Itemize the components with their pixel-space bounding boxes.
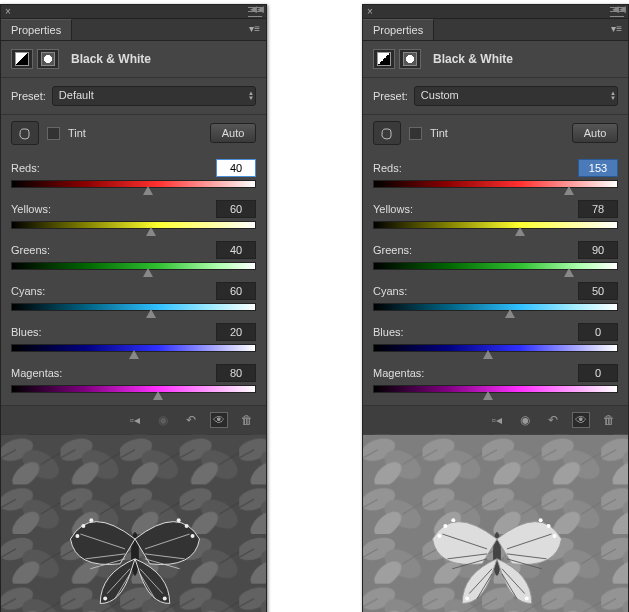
reds-label: Reds: xyxy=(373,162,402,174)
yellows-slider[interactable] xyxy=(373,221,618,231)
visibility-icon[interactable]: 👁 xyxy=(572,412,590,428)
layer-thumb-icon[interactable] xyxy=(373,49,395,69)
auto-button[interactable]: Auto xyxy=(210,123,256,143)
blues-value[interactable]: 0 xyxy=(578,323,618,341)
visibility-icon[interactable]: 👁 xyxy=(210,412,228,428)
panel-menu-icon[interactable]: ▾≡ xyxy=(605,19,628,40)
greens-thumb[interactable] xyxy=(143,268,153,277)
tint-label: Tint xyxy=(68,127,86,139)
greens-slider[interactable] xyxy=(11,262,256,272)
panel-titlebar: × xyxy=(363,5,628,19)
blues-slider[interactable] xyxy=(11,344,256,354)
targeted-adjustment-icon[interactable] xyxy=(373,121,401,145)
mask-thumb-icon[interactable] xyxy=(37,49,59,69)
panel-menu-icon[interactable]: ▾≡ xyxy=(243,19,266,40)
magentas-value[interactable]: 0 xyxy=(578,364,618,382)
greens-slider[interactable] xyxy=(373,262,618,272)
reds-value[interactable]: 40 xyxy=(216,159,256,177)
view-previous-icon[interactable]: ◉ xyxy=(516,412,534,428)
cyans-value[interactable]: 50 xyxy=(578,282,618,300)
adjustment-title: Black & White xyxy=(71,52,151,66)
trash-icon[interactable]: 🗑 xyxy=(238,412,256,428)
yellows-thumb[interactable] xyxy=(515,227,525,236)
close-icon[interactable]: × xyxy=(5,6,11,17)
properties-panel-left: ◀◀ × Properties ▾≡ Black & White Preset:… xyxy=(0,4,267,612)
magentas-thumb[interactable] xyxy=(153,391,163,400)
svg-point-9 xyxy=(89,518,93,522)
sliders: Reds:40 Yellows:60 Greens:40 Cyans:60 Bl… xyxy=(1,155,266,395)
panel-titlebar: × xyxy=(1,5,266,19)
auto-button[interactable]: Auto xyxy=(572,123,618,143)
tab-properties[interactable]: Properties xyxy=(363,19,434,40)
greens-thumb[interactable] xyxy=(564,268,574,277)
yellows-label: Yellows: xyxy=(11,203,51,215)
cyans-value[interactable]: 60 xyxy=(216,282,256,300)
clip-to-layer-icon[interactable]: ▫◂ xyxy=(488,412,506,428)
reds-slider[interactable] xyxy=(11,180,256,190)
cyans-slider[interactable] xyxy=(11,303,256,313)
greens-value[interactable]: 40 xyxy=(216,241,256,259)
adjustment-title: Black & White xyxy=(433,52,513,66)
preset-select[interactable]: Default xyxy=(52,86,256,106)
blues-thumb[interactable] xyxy=(129,350,139,359)
reds-thumb[interactable] xyxy=(143,186,153,195)
tab-row: Properties ▾≡ xyxy=(1,19,266,41)
cyans-slider[interactable] xyxy=(373,303,618,313)
cyans-thumb[interactable] xyxy=(505,309,515,318)
magentas-thumb[interactable] xyxy=(483,391,493,400)
blues-thumb[interactable] xyxy=(483,350,493,359)
blues-slider[interactable] xyxy=(373,344,618,354)
yellows-thumb[interactable] xyxy=(146,227,156,236)
svg-point-20 xyxy=(451,518,455,522)
clip-to-layer-icon[interactable]: ▫◂ xyxy=(126,412,144,428)
targeted-adjustment-icon[interactable] xyxy=(11,121,39,145)
select-arrows-icon: ▲▼ xyxy=(248,91,254,101)
yellows-value[interactable]: 60 xyxy=(216,200,256,218)
properties-panel-right: ◀◀ × Properties ▾≡ Black & White Preset:… xyxy=(362,4,629,612)
view-previous-icon[interactable]: ◉ xyxy=(154,412,172,428)
tint-checkbox[interactable] xyxy=(47,127,60,140)
blues-value[interactable]: 20 xyxy=(216,323,256,341)
reds-thumb[interactable] xyxy=(564,186,574,195)
select-arrows-icon: ▲▼ xyxy=(610,91,616,101)
adjustment-header: Black & White xyxy=(363,41,628,78)
svg-point-12 xyxy=(177,518,181,522)
collapse-icon[interactable]: ◀◀ xyxy=(250,4,264,14)
tint-label: Tint xyxy=(430,127,448,139)
mask-thumb-icon[interactable] xyxy=(399,49,421,69)
magentas-value[interactable]: 80 xyxy=(216,364,256,382)
preset-select[interactable]: Custom xyxy=(414,86,618,106)
svg-point-13 xyxy=(103,597,107,601)
panel-footer: ▫◂ ◉ ↶ 👁 🗑 xyxy=(1,405,266,434)
magentas-slider[interactable] xyxy=(11,385,256,395)
reset-icon[interactable]: ↶ xyxy=(544,412,562,428)
greens-value[interactable]: 90 xyxy=(578,241,618,259)
svg-point-23 xyxy=(539,518,543,522)
close-icon[interactable]: × xyxy=(367,6,373,17)
svg-point-11 xyxy=(185,524,189,528)
collapse-icon[interactable]: ◀◀ xyxy=(612,4,626,14)
layer-thumb-icon[interactable] xyxy=(11,49,33,69)
tab-row: Properties ▾≡ xyxy=(363,19,628,41)
cyans-label: Cyans: xyxy=(11,285,45,297)
preview-image xyxy=(1,434,266,612)
svg-point-22 xyxy=(547,524,551,528)
magentas-label: Magentas: xyxy=(373,367,424,379)
svg-point-14 xyxy=(163,597,167,601)
reds-slider[interactable] xyxy=(373,180,618,190)
reds-value[interactable]: 153 xyxy=(578,159,618,177)
tab-properties[interactable]: Properties xyxy=(1,19,72,40)
adjustment-header: Black & White xyxy=(1,41,266,78)
magentas-slider[interactable] xyxy=(373,385,618,395)
svg-point-25 xyxy=(525,597,529,601)
yellows-value[interactable]: 78 xyxy=(578,200,618,218)
svg-point-18 xyxy=(437,534,441,538)
cyans-thumb[interactable] xyxy=(146,309,156,318)
panel-footer: ▫◂ ◉ ↶ 👁 🗑 xyxy=(363,405,628,434)
magentas-label: Magentas: xyxy=(11,367,62,379)
trash-icon[interactable]: 🗑 xyxy=(600,412,618,428)
reset-icon[interactable]: ↶ xyxy=(182,412,200,428)
yellows-slider[interactable] xyxy=(11,221,256,231)
tint-checkbox[interactable] xyxy=(409,127,422,140)
blues-label: Blues: xyxy=(11,326,42,338)
